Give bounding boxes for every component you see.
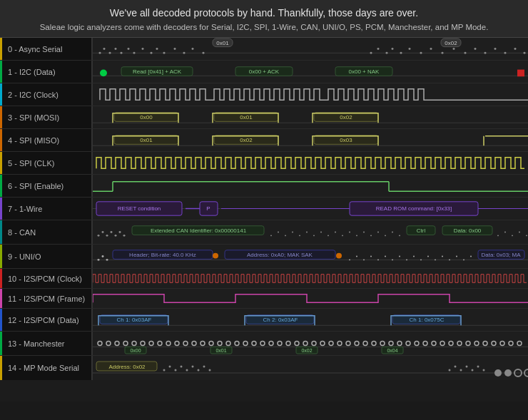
svg-point-162: [106, 342, 111, 346]
channel-label-14: 14 - MP Mode Serial: [0, 356, 93, 380]
svg-point-230: [494, 369, 502, 377]
svg-point-14: [156, 48, 158, 50]
channel-content-11: [93, 289, 528, 308]
svg-point-195: [389, 342, 393, 346]
svg-text:Address: 0xA0; MAK SAK: Address: 0xA0; MAK SAK: [247, 252, 313, 259]
svg-point-102: [377, 232, 379, 233]
svg-point-17: [183, 52, 186, 54]
svg-point-141: [463, 259, 464, 260]
channel-label-9: 9 - UNI/O: [0, 245, 93, 268]
svg-point-103: [385, 235, 386, 236]
svg-point-99: [356, 235, 357, 236]
svg-point-10: [128, 48, 130, 50]
svg-point-127: [363, 259, 365, 260]
channel-row-14: 14 - MP Mode Serial Address: 0x02: [0, 356, 528, 380]
svg-point-97: [342, 235, 343, 236]
svg-point-224: [455, 366, 457, 368]
svg-point-194: [380, 342, 385, 346]
svg-point-113: [519, 232, 520, 233]
svg-text:0x02: 0x02: [301, 348, 312, 353]
svg-point-81: [111, 231, 113, 233]
svg-point-124: [336, 253, 342, 259]
svg-point-174: [209, 342, 213, 346]
channel-label-10: 10 - I2S/PCM (Clock): [0, 269, 93, 288]
svg-point-28: [442, 52, 444, 54]
svg-point-220: [198, 369, 200, 372]
svg-point-13: [151, 52, 153, 54]
svg-point-192: [363, 342, 367, 346]
svg-text:P: P: [206, 206, 210, 212]
channel-label-1: 1 - I2C (Data): [0, 61, 93, 83]
svg-point-231: [504, 369, 512, 377]
svg-point-95: [328, 235, 329, 236]
svg-text:0x01: 0x01: [240, 115, 252, 121]
svg-point-165: [132, 342, 136, 346]
channel-content-2: [93, 83, 528, 106]
svg-point-168: [158, 342, 162, 346]
channel-label-4: 4 - SPI (MISO): [0, 129, 93, 151]
svg-point-90: [292, 232, 293, 233]
svg-point-111: [504, 232, 506, 233]
svg-point-188: [329, 342, 333, 346]
svg-text:0x00 + ACK: 0x00 + ACK: [249, 69, 280, 76]
svg-text:0x01: 0x01: [216, 40, 228, 46]
svg-point-23: [392, 48, 394, 50]
svg-text:Data: 0x00: Data: 0x00: [454, 228, 482, 235]
svg-text:Ch 1: 0x03AF: Ch 1: 0x03AF: [117, 317, 152, 324]
svg-point-210: [517, 342, 522, 346]
svg-point-32: [484, 52, 487, 54]
svg-point-197: [406, 342, 410, 346]
svg-point-216: [175, 369, 177, 372]
svg-point-20: [370, 52, 372, 54]
svg-text:0x00: 0x00: [140, 115, 153, 121]
svg-text:READ ROM command: [0x33]: READ ROM command: [0x33]: [376, 206, 452, 212]
channel-content-1: Read [0x41] + ACK 0x00 + ACK 0x00 + NAK: [93, 61, 528, 83]
svg-text:0x02: 0x02: [340, 115, 352, 121]
svg-point-199: [423, 342, 427, 346]
svg-point-138: [442, 256, 443, 257]
channel-content-12: Ch 1: 0x03AF Ch 2: 0x03AF Ch 1: 0x075C: [93, 309, 528, 331]
svg-point-83: [119, 231, 121, 233]
channel-row-11: 11 - I2S/PCM (Frame): [0, 289, 528, 309]
svg-point-217: [181, 366, 183, 368]
svg-point-25: [409, 48, 411, 50]
channel-row-8: 8 - CAN Extended CAN Identifier: 0x00000…: [0, 220, 528, 245]
svg-point-190: [346, 342, 350, 346]
svg-text:0x02: 0x02: [445, 40, 457, 46]
svg-point-92: [306, 232, 308, 233]
svg-point-131: [392, 259, 393, 260]
svg-point-98: [349, 232, 350, 233]
svg-point-79: [102, 231, 104, 233]
channel-label-13: 13 - Manchester: [0, 332, 93, 355]
svg-point-29: [453, 48, 455, 50]
channel-label-11: 11 - I2S/PCM (Frame): [0, 289, 93, 308]
channel-content-0: 0x01 0x02: [93, 38, 528, 60]
channel-row-5: 5 - SPI (CLK): [0, 152, 528, 175]
channel-label-7: 7 - 1-Wire: [0, 198, 93, 220]
svg-point-34: [504, 52, 507, 54]
svg-point-7: [109, 52, 111, 54]
logic-analyzer-display: 0 - Async Serial 0x01 0x02: [0, 38, 528, 401]
svg-point-78: [98, 235, 100, 237]
svg-point-142: [470, 256, 472, 257]
svg-point-6: [103, 48, 106, 50]
header-title: We've all decoded protocols by hand. Tha…: [14, 7, 514, 19]
svg-point-215: [169, 366, 171, 368]
svg-point-204: [466, 342, 470, 346]
svg-point-21: [377, 48, 380, 50]
svg-point-196: [397, 342, 402, 346]
svg-point-198: [415, 342, 419, 346]
channel-content-10: [93, 269, 528, 288]
svg-point-202: [449, 342, 453, 346]
svg-text:0x01: 0x01: [140, 138, 152, 144]
svg-point-137: [435, 259, 436, 260]
svg-text:Extended CAN Identifier: 0x000: Extended CAN Identifier: 0x00000141: [151, 228, 246, 235]
svg-point-186: [312, 342, 316, 346]
svg-point-84: [123, 235, 126, 237]
svg-point-208: [500, 342, 504, 346]
svg-point-203: [457, 342, 462, 346]
svg-point-134: [413, 256, 415, 257]
svg-text:0x04: 0x04: [387, 348, 397, 353]
svg-point-31: [474, 48, 477, 50]
svg-text:Data: 0x03; MA: Data: 0x03; MA: [481, 252, 521, 259]
